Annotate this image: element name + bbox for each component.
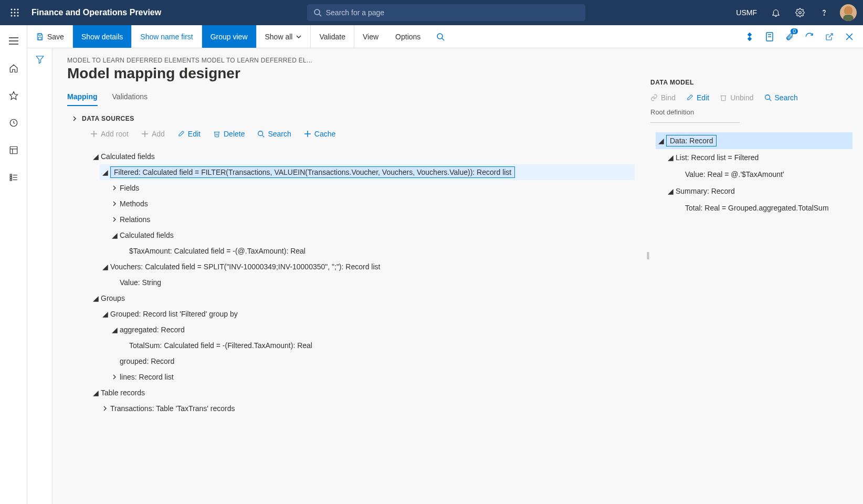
favorites-button[interactable] [3,87,24,104]
user-avatar[interactable] [838,2,859,23]
root-definition-label: Root definition [650,108,853,116]
tree-node-transactions[interactable]: Transactions: Table 'TaxTrans' records [100,401,635,416]
tree-node-vouchers[interactable]: ◢Vouchers: Calculated field = SPLIT("INV… [100,259,635,275]
tree-node-totalsum[interactable]: TotalSum: Calculated field = -(Filtered.… [119,338,635,353]
tab-mapping[interactable]: Mapping [67,92,98,106]
cache-button[interactable]: Cache [304,130,335,138]
filter-button[interactable] [35,55,45,504]
svg-rect-32 [38,37,41,39]
tree-node-filtered[interactable]: ◢Filtered: Calculated field = FILTER(Tra… [100,164,635,180]
toolbar-search-button[interactable] [429,25,452,48]
tree-node-table-records[interactable]: ◢Table records [90,385,635,401]
global-search[interactable] [307,4,585,21]
legal-entity-label[interactable]: USMF [731,8,762,17]
page-tabs: Mapping Validations [67,92,645,107]
group-view-button[interactable]: Group view [202,25,257,48]
edit-button[interactable]: Edit [177,130,201,138]
show-details-button[interactable]: Show details [73,25,132,48]
dm-node-list[interactable]: ◢List: Record list = Filtered [665,149,853,166]
page-options-button[interactable] [760,27,779,46]
dm-edit-button[interactable]: Edit [686,93,709,102]
delete-button[interactable]: Delete [213,130,245,138]
ds-search-button[interactable]: Search [257,130,291,138]
options-button[interactable]: Options [387,25,429,48]
brand-title: Finance and Operations Preview [31,8,161,17]
save-button[interactable]: Save [27,25,73,48]
svg-rect-22 [10,146,17,154]
svg-point-4 [14,12,16,14]
plus-icon [141,130,149,138]
tree-node-taxamount[interactable]: $TaxAmount: Calculated field = -(@.TaxAm… [119,243,635,259]
svg-point-7 [14,15,16,17]
data-sources-header: DATA SOURCES [82,115,134,122]
personalize-button[interactable] [740,27,759,46]
app-launcher-button[interactable] [4,2,25,23]
settings-button[interactable] [790,2,811,23]
show-name-first-button[interactable]: Show name first [132,25,202,48]
tab-validations[interactable]: Validations [112,92,148,106]
add-button[interactable]: Add [141,130,165,138]
data-model-toolbar: Bind Edit Unbind Search [650,93,853,102]
svg-point-1 [14,9,16,10]
divider [650,122,740,123]
tree-node-relations[interactable]: Relations [109,212,635,227]
tree-node-aggregated[interactable]: ◢aggregated: Record [109,322,635,338]
dm-node-value[interactable]: Value: Real = @.'$TaxAmount' [675,166,853,183]
tree-node-calculated-fields[interactable]: ◢Calculated fields [90,149,635,164]
bind-button[interactable]: Bind [650,93,676,102]
plus-icon [90,130,98,138]
dm-node-summary[interactable]: ◢Summary: Record [665,183,853,200]
show-all-button[interactable]: Show all [257,25,311,48]
funnel-icon [35,55,45,64]
hamburger-icon [9,37,18,45]
tree-node-fields[interactable]: Fields [109,180,635,196]
recent-button[interactable] [3,114,24,131]
action-toolbar: Save Show details Show name first Group … [27,25,863,48]
workspace-icon [9,145,18,155]
close-button[interactable] [840,27,859,46]
svg-line-10 [319,14,321,16]
tree-node-grouped[interactable]: ◢Grouped: Record list 'Filtered' group b… [100,306,635,322]
validate-button[interactable]: Validate [311,25,354,48]
data-sources-tree: ◢Calculated fields ◢Filtered: Calculated… [90,149,645,504]
svg-rect-16 [843,15,854,21]
pencil-icon [686,94,693,101]
view-button[interactable]: View [354,25,387,48]
popout-button[interactable] [820,27,839,46]
attachments-button[interactable]: 0 [780,27,799,46]
dm-node-data[interactable]: ◢Data: Record [656,132,853,149]
trash-icon [720,94,727,101]
data-model-header: DATA MODEL [650,79,853,86]
tree-node-methods[interactable]: Methods [109,196,635,212]
data-sources-expand[interactable] [67,114,82,123]
svg-rect-35 [748,33,752,37]
add-root-button[interactable]: Add root [90,130,129,138]
dm-search-button[interactable]: Search [764,93,798,102]
pencil-icon [177,130,185,138]
modules-button[interactable] [3,169,24,186]
tree-node-value-string[interactable]: Value: String [109,275,635,290]
notifications-button[interactable] [765,2,786,23]
svg-line-49 [262,135,265,138]
tree-node-grouped-record[interactable]: grouped: Record [109,353,635,369]
svg-point-8 [17,15,19,17]
chevron-down-icon [296,34,302,40]
unbind-button[interactable]: Unbind [720,93,753,102]
svg-point-3 [11,12,13,14]
data-model-tree: ◢Data: Record ◢List: Record list = Filte… [656,132,853,216]
dm-node-total[interactable]: Total: Real = Grouped.aggregated.TotalSu… [675,200,853,216]
svg-point-2 [17,9,19,10]
tree-node-groups[interactable]: ◢Groups [90,290,635,306]
tree-node-lines[interactable]: lines: Record list [109,369,635,385]
workspaces-button[interactable] [3,142,24,159]
svg-rect-25 [10,174,12,176]
tree-node-calc-fields-inner[interactable]: ◢Calculated fields [109,227,635,243]
splitter-handle[interactable]: ‖ [645,57,650,504]
bell-icon [771,8,781,17]
global-search-input[interactable] [326,8,579,17]
home-button[interactable] [3,60,24,77]
help-button[interactable] [814,2,835,23]
popout-icon [825,33,834,41]
hamburger-button[interactable] [3,33,24,49]
refresh-button[interactable] [800,27,819,46]
